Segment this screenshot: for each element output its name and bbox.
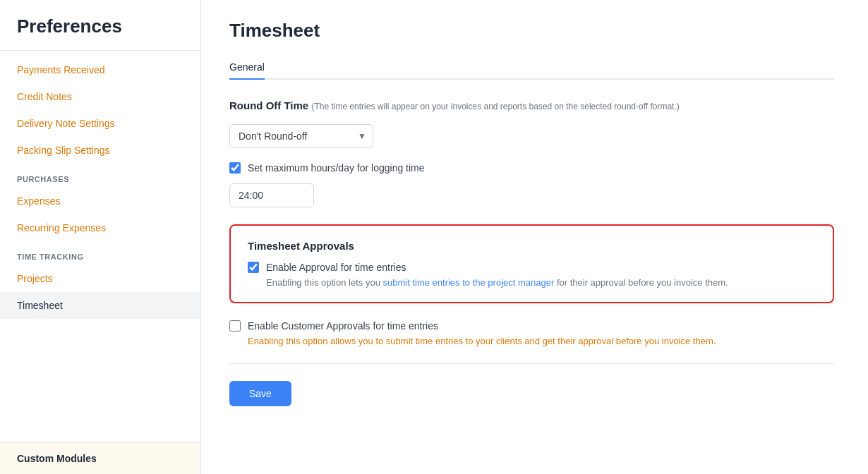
custom-modules-section[interactable]: Custom Modules	[0, 442, 200, 474]
sidebar-item-credit-notes[interactable]: Credit Notes	[0, 83, 200, 110]
customer-approval-section: Enable Customer Approvals for time entri…	[229, 320, 834, 346]
round-off-select-wrapper: Don't Round-off Round to nearest 5 min R…	[229, 124, 373, 148]
approval-box-title: Timesheet Approvals	[248, 240, 816, 252]
sidebar-item-projects[interactable]: Projects	[0, 265, 200, 292]
sidebar-item-timesheet[interactable]: Timesheet	[0, 292, 200, 319]
round-off-section: Round Off Time (The time entries will ap…	[229, 99, 834, 111]
max-hours-checkbox[interactable]	[229, 162, 241, 174]
tabs-bar: General	[229, 56, 834, 80]
round-off-title: Round Off Time (The time entries will ap…	[229, 99, 834, 111]
approval-checkbox-row: Enable Approval for time entries	[248, 262, 816, 273]
sidebar-title: Preferences	[0, 0, 200, 51]
time-tracking-section-label: TIME TRACKING	[0, 241, 200, 265]
sidebar-item-payments-received[interactable]: Payments Received	[0, 56, 200, 83]
approval-box: Timesheet Approvals Enable Approval for …	[229, 224, 834, 303]
max-hours-input[interactable]	[229, 183, 314, 207]
divider	[229, 363, 834, 364]
main-content: Timesheet General Round Off Time (The ti…	[201, 0, 868, 474]
approval-checkbox[interactable]	[248, 262, 259, 273]
round-off-hint: (The time entries will appear on your in…	[311, 102, 679, 111]
approval-checkbox-label[interactable]: Enable Approval for time entries	[266, 262, 406, 273]
save-button[interactable]: Save	[229, 381, 291, 406]
max-hours-row: Set maximum hours/day for logging time	[229, 162, 834, 174]
sidebar-nav: Payments Received Credit Notes Delivery …	[0, 51, 200, 324]
sidebar-item-packing-slip[interactable]: Packing Slip Settings	[0, 137, 200, 164]
customer-approval-description: Enabling this option allows you to submi…	[248, 336, 834, 346]
sidebar: Preferences Payments Received Credit Not…	[0, 0, 201, 474]
customer-approval-checkbox[interactable]	[229, 320, 241, 332]
sidebar-item-recurring-expenses[interactable]: Recurring Expenses	[0, 214, 200, 241]
page-title: Timesheet	[229, 20, 834, 42]
customer-approval-label[interactable]: Enable Customer Approvals for time entri…	[248, 320, 438, 332]
max-hours-label[interactable]: Set maximum hours/day for logging time	[248, 162, 425, 174]
approval-link-text: submit time entries to the project manag…	[383, 277, 555, 288]
sidebar-item-expenses[interactable]: Expenses	[0, 188, 200, 214]
tab-general[interactable]: General	[229, 56, 265, 80]
round-off-select[interactable]: Don't Round-off Round to nearest 5 min R…	[229, 124, 373, 148]
approval-description: Enabling this option lets you submit tim…	[266, 277, 816, 288]
purchases-section-label: PURCHASES	[0, 164, 200, 188]
customer-approval-checkbox-row: Enable Customer Approvals for time entri…	[229, 320, 834, 332]
sidebar-item-delivery-note[interactable]: Delivery Note Settings	[0, 110, 200, 137]
